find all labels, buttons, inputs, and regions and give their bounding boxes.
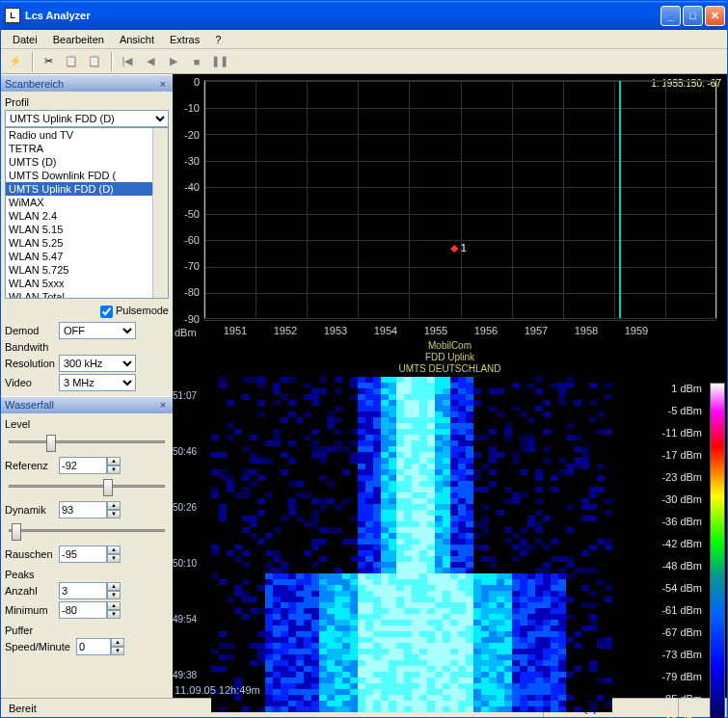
first-icon[interactable]: |◀ xyxy=(117,51,138,72)
profil-select[interactable]: UMTS Uplink FDD (D) xyxy=(5,110,169,127)
pulsemode-checkbox[interactable]: Pulsemode xyxy=(100,305,169,318)
listbox-scrollbar[interactable] xyxy=(152,128,168,298)
list-item[interactable]: TETRA xyxy=(6,142,168,155)
list-item[interactable]: WLAN Total xyxy=(6,290,168,299)
y-tick: -20 xyxy=(180,129,200,141)
peaks-label: Peaks xyxy=(5,569,169,580)
speed-input[interactable] xyxy=(76,638,111,655)
time-label: 49:54 xyxy=(173,614,197,625)
menubar: Datei Bearbeiten Ansicht Extras ? xyxy=(1,30,727,49)
referenz-label: Referenz xyxy=(5,460,59,471)
legend-value: 1 dBm xyxy=(671,383,702,394)
maximize-button[interactable]: □ xyxy=(683,6,703,26)
legend-value: -73 dBm xyxy=(661,649,702,660)
x-tick: 1955 xyxy=(421,325,450,336)
x-tick: 1951 xyxy=(221,325,250,336)
legend-value: -67 dBm xyxy=(661,626,702,638)
y-tick: 0 xyxy=(180,76,200,88)
main-area: 1: 1955.150: -67 ◆ 1 0-10-20-30-40-50-60… xyxy=(173,74,727,698)
list-item[interactable]: WLAN 5.725 xyxy=(6,263,168,277)
y-unit: dBm xyxy=(175,327,197,338)
speed-label: Speed/Minute xyxy=(5,641,76,652)
x-tick: 1952 xyxy=(271,325,300,336)
wasserfall-header[interactable]: Wasserfall× xyxy=(1,396,173,413)
list-item[interactable]: WLAN 5.47 xyxy=(6,250,168,263)
list-item[interactable]: UMTS Downlink FDD ( xyxy=(6,169,168,182)
time-label: 50:10 xyxy=(173,558,197,569)
menu-ansicht[interactable]: Ansicht xyxy=(112,32,162,47)
time-label: 51:07 xyxy=(173,390,197,401)
list-item[interactable]: WLAN 5xxx xyxy=(6,277,168,290)
titlebar[interactable]: L Lcs Analyzer _ □ ✕ xyxy=(1,1,727,30)
menu-help[interactable]: ? xyxy=(207,32,229,47)
legend-value: -92 dBm xyxy=(661,715,702,719)
profil-listbox[interactable]: Radio und TVTETRAUMTS (D)UMTS Downlink F… xyxy=(5,127,169,299)
legend-value: -54 dBm xyxy=(661,582,702,594)
list-item[interactable]: UMTS (D) xyxy=(6,155,168,169)
spin-down[interactable]: ▼ xyxy=(107,465,121,474)
pin-icon[interactable]: × xyxy=(157,399,169,411)
legend-value: -42 dBm xyxy=(661,538,702,549)
dynamik-input[interactable] xyxy=(59,501,107,519)
anzahl-input[interactable] xyxy=(59,582,107,599)
x-tick: 1958 xyxy=(572,325,601,336)
y-tick: -30 xyxy=(180,155,200,167)
minimize-button[interactable]: _ xyxy=(661,6,681,26)
minimum-label: Minimum xyxy=(5,604,59,616)
y-tick: -70 xyxy=(180,260,200,272)
legend-value: -23 dBm xyxy=(661,471,702,483)
menu-datei[interactable]: Datei xyxy=(5,32,45,47)
demod-label: Demod xyxy=(5,325,59,336)
menu-extras[interactable]: Extras xyxy=(162,32,207,47)
legend-value: -30 dBm xyxy=(661,493,702,505)
referenz-input[interactable] xyxy=(59,457,107,474)
profil-label: Profil xyxy=(5,96,169,108)
paste-icon[interactable]: 📋 xyxy=(84,51,105,72)
spectrum-plot[interactable]: 1: 1955.150: -67 ◆ 1 0-10-20-30-40-50-60… xyxy=(173,74,727,373)
scanbereich-panel: Profil UMTS Uplink FDD (D) Radio und TVT… xyxy=(1,92,173,396)
sidebar: Scanbereich× Profil UMTS Uplink FDD (D) … xyxy=(1,74,173,698)
demod-select[interactable]: OFF xyxy=(59,322,136,339)
list-item[interactable]: UMTS Uplink FDD (D) xyxy=(6,182,168,196)
list-item[interactable]: WLAN 5.25 xyxy=(6,236,168,250)
menu-bearbeiten[interactable]: Bearbeiten xyxy=(45,32,112,47)
x-tick: 1957 xyxy=(522,325,551,336)
copy-icon[interactable]: 📋 xyxy=(61,51,82,72)
legend-value: -61 dBm xyxy=(661,604,702,616)
play-icon[interactable]: ▶ xyxy=(163,51,184,72)
dynamik-slider[interactable] xyxy=(5,520,169,542)
cut-icon[interactable]: ✂ xyxy=(38,51,59,72)
bandwith-label: Bandwith xyxy=(5,341,59,353)
video-label: Video xyxy=(5,377,59,388)
y-tick: -60 xyxy=(180,234,200,246)
app-window: L Lcs Analyzer _ □ ✕ Datei Bearbeiten An… xyxy=(0,0,728,718)
spin-up[interactable]: ▲ xyxy=(107,457,121,465)
stop-icon[interactable]: ■ xyxy=(186,51,207,72)
list-item[interactable]: Radio und TV xyxy=(6,128,168,142)
minimum-input[interactable] xyxy=(59,601,107,619)
pause-icon[interactable]: ❚❚ xyxy=(209,51,230,72)
referenz-slider[interactable] xyxy=(5,476,169,497)
info-link: FDD Uplink xyxy=(173,352,727,362)
list-item[interactable]: WiMAX xyxy=(6,196,168,209)
time-label: 50:46 xyxy=(173,446,197,457)
time-label: 49:38 xyxy=(173,670,197,680)
waterfall-plot[interactable]: 51:0750:4650:2650:1049:5449:38 1 dBm-5 d… xyxy=(173,373,727,698)
prev-icon[interactable]: ◀ xyxy=(140,51,161,72)
resolution-label: Resolution xyxy=(5,358,59,369)
legend-value: -11 dBm xyxy=(661,427,702,439)
lightning-icon[interactable]: ⚡ xyxy=(5,51,26,72)
level-label: Level xyxy=(5,418,169,430)
level-slider[interactable] xyxy=(5,432,169,453)
list-item[interactable]: WLAN 2.4 xyxy=(6,209,168,223)
rauschen-input[interactable] xyxy=(59,545,107,563)
toolbar: ⚡ ✂ 📋 📋 |◀ ◀ ▶ ■ ❚❚ xyxy=(1,49,727,74)
list-item[interactable]: WLAN 5.15 xyxy=(6,223,168,236)
video-select[interactable]: 3 MHz xyxy=(59,374,136,391)
close-button[interactable]: ✕ xyxy=(705,6,725,26)
scanbereich-header[interactable]: Scanbereich× xyxy=(1,74,173,92)
pin-icon[interactable]: × xyxy=(157,78,169,90)
resolution-select[interactable]: 300 kHz xyxy=(59,355,136,372)
anzahl-label: Anzahl xyxy=(5,585,59,597)
window-title: Lcs Analyzer xyxy=(25,10,90,21)
